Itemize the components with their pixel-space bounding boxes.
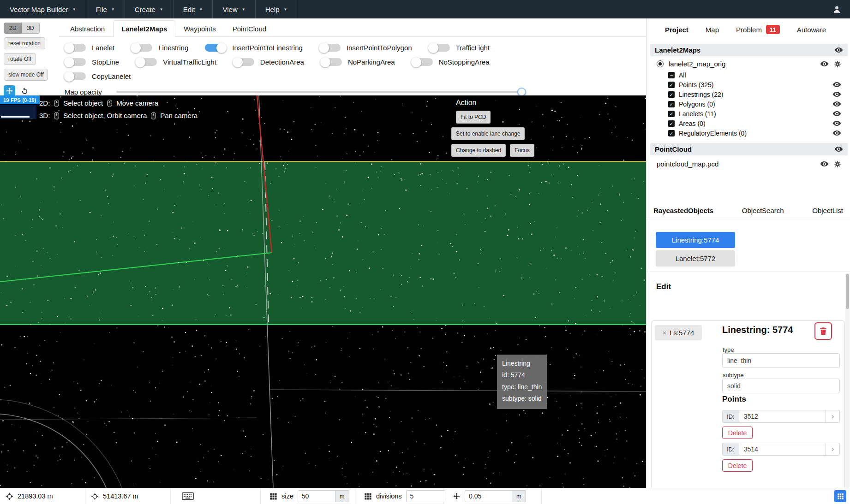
menu-help[interactable]: Help ▼ xyxy=(256,0,298,18)
edit-target-chip[interactable]: × Ls:5774 xyxy=(655,325,702,340)
tab-map[interactable]: Map xyxy=(706,26,719,34)
visibility-toggle[interactable] xyxy=(820,61,829,67)
scrollbar-thumb[interactable] xyxy=(846,274,849,309)
slow-mode-button[interactable]: slow mode Off xyxy=(4,69,48,81)
rotate-toggle-button[interactable]: rotate Off xyxy=(4,53,36,65)
menu-edit[interactable]: Edit ▼ xyxy=(174,0,213,18)
section-visibility-toggle[interactable] xyxy=(834,146,843,152)
user-menu-button[interactable] xyxy=(824,0,850,18)
close-icon[interactable]: × xyxy=(663,329,666,337)
tree-row-regulatory-elements[interactable]: RegulatoryElements (0) xyxy=(650,128,848,138)
tree-row-polygons[interactable]: Polygons (0) xyxy=(650,99,848,109)
point-id-input[interactable] xyxy=(739,443,826,456)
visibility-toggle[interactable] xyxy=(832,101,841,107)
grid-size-input[interactable] xyxy=(298,490,335,502)
tab-raycasted-objects[interactable]: RaycastedObjects xyxy=(653,207,713,214)
section-visibility-toggle[interactable] xyxy=(834,47,843,53)
map-file-row[interactable]: lanelet2_map_orig xyxy=(650,58,848,70)
toggle-no-stopping-area: NoStoppingArea xyxy=(412,58,490,66)
visibility-toggle[interactable] xyxy=(820,161,829,167)
tab-pointcloud[interactable]: PointCloud xyxy=(224,20,275,37)
traffic-light-switch[interactable] xyxy=(429,44,450,52)
map-opacity-slider[interactable] xyxy=(116,91,525,93)
action-panel-title: Action xyxy=(456,99,476,107)
keyboard-icon[interactable] xyxy=(182,492,194,500)
move-step-input[interactable] xyxy=(465,490,512,502)
fps-counter: 19 FPS (0-19) xyxy=(0,95,40,104)
move-icon xyxy=(6,87,13,95)
tab-object-list[interactable]: ObjectList xyxy=(812,207,843,214)
virtual-traffic-light-switch[interactable] xyxy=(136,58,157,66)
checkbox-checked[interactable] xyxy=(668,91,675,98)
enable-lane-change-button[interactable]: Set to enable lane change xyxy=(451,127,525,140)
menu-file[interactable]: File ▼ xyxy=(86,0,125,18)
insert-point-to-polygon-switch[interactable] xyxy=(319,44,341,52)
type-input[interactable] xyxy=(722,353,840,368)
map-radio[interactable] xyxy=(657,60,664,67)
visibility-toggle[interactable] xyxy=(832,120,841,126)
tab-waypoints[interactable]: Waypoints xyxy=(175,20,224,37)
map-opacity-knob[interactable] xyxy=(517,88,526,96)
checkbox-checked[interactable] xyxy=(668,130,675,136)
tab-problem[interactable]: Problem 11 xyxy=(736,25,780,34)
subtype-input[interactable] xyxy=(722,379,840,393)
map-viewport[interactable]: 19 FPS (0-19) 2D: Select object Move cam… xyxy=(0,95,646,488)
settings-button[interactable] xyxy=(834,60,841,68)
point-select-button[interactable]: › xyxy=(826,443,840,456)
delete-linestring-button[interactable] xyxy=(814,322,832,340)
grid-toggle-button[interactable] xyxy=(834,490,846,502)
row-icons xyxy=(820,160,841,168)
menu-view[interactable]: View ▼ xyxy=(213,0,255,18)
refresh-button[interactable] xyxy=(19,86,30,97)
point-id-input[interactable] xyxy=(739,410,826,423)
detection-area-switch[interactable] xyxy=(233,58,254,66)
checkbox-checked[interactable] xyxy=(668,101,675,107)
tree-row-lanelets[interactable]: Lanelets (11) xyxy=(650,109,848,119)
linestring-result-button[interactable]: Linestring:5774 xyxy=(656,232,735,248)
change-to-dashed-button[interactable]: Change to dashed xyxy=(451,144,506,157)
menu-app[interactable]: Vector Map Builder ▼ xyxy=(0,0,86,18)
grid-divisions-input[interactable] xyxy=(406,490,445,502)
tree-row-all[interactable]: All xyxy=(650,70,848,80)
tab-object-search[interactable]: ObjectSearch xyxy=(742,207,784,214)
tree-row-points[interactable]: Points (325) xyxy=(650,80,848,89)
no-stopping-area-switch[interactable] xyxy=(412,58,433,66)
pcd-file-row[interactable]: pointcloud_map.pcd xyxy=(650,158,848,170)
reset-rotation-button[interactable]: reset rotation xyxy=(4,37,45,49)
visibility-toggle[interactable] xyxy=(832,91,841,97)
delete-point-button[interactable]: Delete xyxy=(722,459,753,472)
grid-size-cell: size m xyxy=(261,488,355,504)
tab-autoware[interactable]: Autoware xyxy=(797,26,826,34)
focus-button[interactable]: Focus xyxy=(510,144,534,157)
action-panel: Action Fit to PCD Set to enable lane cha… xyxy=(450,99,549,157)
view-2d-button[interactable]: 2D xyxy=(4,23,22,34)
checkbox-checked[interactable] xyxy=(668,82,675,88)
copy-lanelet-switch[interactable] xyxy=(65,72,86,80)
no-parking-area-switch[interactable] xyxy=(321,58,342,66)
visibility-toggle[interactable] xyxy=(832,130,841,136)
tree-row-linestrings[interactable]: Linestrings (22) xyxy=(650,89,848,99)
checkbox-checked[interactable] xyxy=(668,120,675,127)
menu-create[interactable]: Create ▼ xyxy=(125,0,174,18)
tab-project[interactable]: Project xyxy=(665,26,688,34)
visibility-toggle[interactable] xyxy=(832,111,841,117)
delete-point-button[interactable]: Delete xyxy=(722,427,753,439)
map-canvas[interactable] xyxy=(0,95,646,488)
tree-row-areas[interactable]: Areas (0) xyxy=(650,119,848,128)
tab-lanelet2maps[interactable]: Lanelet2Maps xyxy=(113,20,175,37)
point-select-button[interactable]: › xyxy=(826,410,840,423)
fit-to-pcd-button[interactable]: Fit to PCD xyxy=(456,111,491,124)
tab-abstraction[interactable]: Abstraction xyxy=(62,20,113,37)
stopline-switch[interactable] xyxy=(65,58,86,66)
linestring-switch[interactable] xyxy=(131,44,152,52)
type-label: type xyxy=(723,346,734,353)
checkbox-checked[interactable] xyxy=(668,111,675,117)
visibility-toggle[interactable] xyxy=(832,82,841,88)
checkbox-indeterminate[interactable] xyxy=(668,72,675,78)
settings-button[interactable] xyxy=(834,160,841,168)
insert-point-to-linestring-switch[interactable] xyxy=(205,44,226,52)
scrollbar[interactable] xyxy=(845,273,850,488)
lanelet-result-button[interactable]: Lanelet:5772 xyxy=(656,250,735,267)
view-3d-button[interactable]: 3D xyxy=(22,23,39,34)
lanelet-switch[interactable] xyxy=(65,44,86,52)
